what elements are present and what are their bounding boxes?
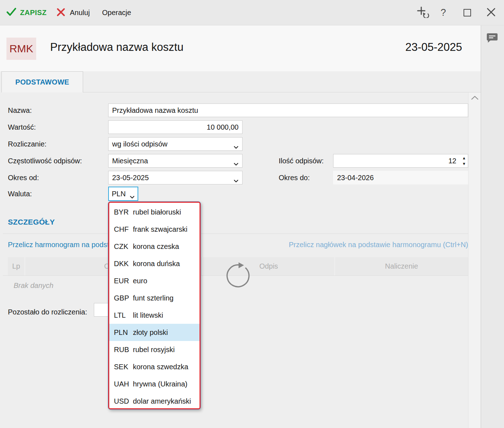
chevron-down-icon: [130, 192, 135, 201]
waluta-label: Waluta:: [8, 187, 32, 201]
currency-name: korona duńska: [133, 260, 180, 268]
header-date: 23-05-2025: [405, 36, 462, 58]
currency-name: lit litewski: [133, 311, 163, 319]
currency-option-rub[interactable]: RUB rubel rosyjski: [109, 341, 200, 358]
chevron-down-icon: [234, 176, 239, 184]
currency-name: euro: [133, 277, 147, 285]
vertical-scrollbar[interactable]: [468, 92, 481, 428]
ilosc-odpisow-stepper[interactable]: 12 ▲▼: [333, 154, 468, 168]
table-empty-text: Brak danych: [14, 282, 53, 290]
wartosc-input[interactable]: 10 000,00: [108, 120, 243, 134]
chevron-down-icon: [234, 143, 239, 151]
currency-code: GBP: [114, 294, 133, 302]
operations-label: Operacje: [102, 9, 131, 17]
currency-code: USD: [114, 397, 133, 405]
waluta-value: PLN: [112, 190, 126, 198]
currency-name: korona czeska: [133, 242, 179, 251]
app-window: ZAPISZ Anuluj Operacje ?: [0, 0, 504, 428]
wartosc-value: 10 000,00: [207, 123, 239, 131]
save-label: ZAPISZ: [20, 9, 47, 17]
currency-code: UAH: [114, 380, 133, 388]
currency-name: dolar amerykański: [133, 397, 191, 405]
currency-name: frank szwajcarski: [133, 225, 187, 234]
rozliczanie-label: Rozliczanie:: [8, 137, 47, 151]
spinner-arrows-icon[interactable]: ▲▼: [462, 155, 466, 167]
page-title: Przykładowa nazwa kosztu: [50, 36, 183, 58]
ilosc-odpisow-label: Ilość odpisów:: [279, 154, 324, 168]
okres-do-value: 23-04-2026: [337, 174, 374, 182]
nazwa-value: Przykładowa nazwa kosztu: [112, 106, 198, 115]
help-icon: ?: [441, 7, 446, 18]
cancel-label: Anuluj: [70, 9, 90, 17]
currency-option-eur[interactable]: EUR euro: [109, 272, 200, 289]
currency-option-ltl[interactable]: LTL lit litewski: [109, 307, 200, 324]
column-header-naliczenie[interactable]: Naliczenie: [335, 257, 468, 275]
cancel-button[interactable]: Anuluj: [57, 0, 90, 25]
currency-option-gbp[interactable]: GBP funt szterling: [109, 289, 200, 307]
save-button[interactable]: ZAPISZ: [6, 0, 47, 25]
toolbar: ZAPISZ Anuluj Operacje ?: [0, 0, 504, 25]
column-header-odpis[interactable]: Odpis: [203, 257, 335, 275]
column-header-lp[interactable]: Lp: [8, 257, 25, 275]
ilosc-odpisow-value: 12: [448, 157, 456, 165]
currency-code: EUR: [114, 277, 133, 285]
maximize-icon: [464, 9, 471, 16]
side-rail: [481, 25, 504, 428]
waluta-select[interactable]: PLN: [108, 187, 138, 201]
help-button[interactable]: ?: [441, 0, 446, 25]
recalc-header-link[interactable]: Przelicz nagłówek na podstawie harmonogr…: [289, 241, 468, 249]
currency-name: hrywna (Ukraina): [133, 380, 187, 388]
okres-od-label: Okres od:: [8, 171, 39, 184]
okres-od-value: 23-05-2025: [112, 174, 149, 182]
currency-option-czk[interactable]: CZK korona czeska: [109, 238, 200, 255]
currency-option-uah[interactable]: UAH hrywna (Ukraina): [109, 375, 200, 393]
currency-name: rubel rosyjski: [133, 346, 175, 354]
remaining-label: Pozostało do rozliczenia:: [8, 305, 87, 319]
close-button[interactable]: [486, 0, 496, 25]
tab-podstawowe[interactable]: PODSTAWOWE: [1, 71, 83, 92]
currency-option-pln-selected[interactable]: PLN złoty polski: [109, 324, 200, 341]
comments-button[interactable]: [486, 33, 498, 45]
section-divider: [3, 234, 468, 234]
okres-od-select[interactable]: 23-05-2025: [108, 171, 243, 184]
currency-option-usd[interactable]: USD dolar amerykański: [109, 393, 200, 410]
rozliczanie-select[interactable]: wg ilości odpisów: [108, 137, 243, 151]
currency-code: LTL: [114, 311, 133, 319]
add-refresh-icon: [417, 6, 430, 19]
close-icon: [486, 8, 496, 18]
rozliczanie-value: wg ilości odpisów: [112, 140, 168, 148]
currency-code: DKK: [114, 260, 133, 268]
maximize-button[interactable]: [464, 0, 471, 25]
nazwa-label: Nazwa:: [8, 104, 32, 117]
currency-code: RUB: [114, 346, 133, 354]
nazwa-input[interactable]: Przykładowa nazwa kosztu: [108, 104, 468, 117]
chat-icon: [486, 38, 498, 44]
currency-code: PLN: [114, 328, 133, 337]
currency-option-chf[interactable]: CHF frank szwajcarski: [109, 221, 200, 238]
currency-name: funt szterling: [133, 294, 173, 302]
czestotliwosc-select[interactable]: Miesięczna: [108, 154, 243, 168]
currency-code: CZK: [114, 242, 133, 251]
check-icon: [6, 8, 16, 18]
details-section-title: SZCZEGÓŁY: [8, 218, 55, 226]
currency-option-dkk[interactable]: DKK korona duńska: [109, 255, 200, 272]
currency-code: SEK: [114, 363, 133, 371]
tabstrip-divider: [83, 92, 481, 92]
okres-do-field: 23-04-2026: [333, 171, 468, 184]
scroll-up-icon[interactable]: [471, 95, 479, 102]
currency-option-sek[interactable]: SEK korona szwedzka: [109, 358, 200, 375]
record-header: RMK Przykładowa nazwa kosztu 23-05-2025: [0, 25, 481, 71]
x-icon: [57, 8, 65, 18]
czestotliwosc-label: Częstotliwość odpisów:: [8, 154, 82, 168]
refresh-spinner-icon: [225, 262, 253, 291]
chevron-down-icon: [234, 159, 239, 168]
record-type-badge: RMK: [6, 38, 36, 60]
new-window-button[interactable]: [417, 0, 430, 25]
currency-code: BYR: [114, 208, 133, 216]
currency-name: korona szwedzka: [133, 363, 188, 371]
currency-code: CHF: [114, 225, 133, 234]
currency-name: złoty polski: [133, 328, 168, 337]
currency-dropdown-popup: BYR rubel białoruski CHF frank szwajcars…: [108, 202, 201, 409]
currency-option-byr[interactable]: BYR rubel białoruski: [109, 203, 200, 221]
operations-button[interactable]: Operacje: [102, 0, 131, 25]
